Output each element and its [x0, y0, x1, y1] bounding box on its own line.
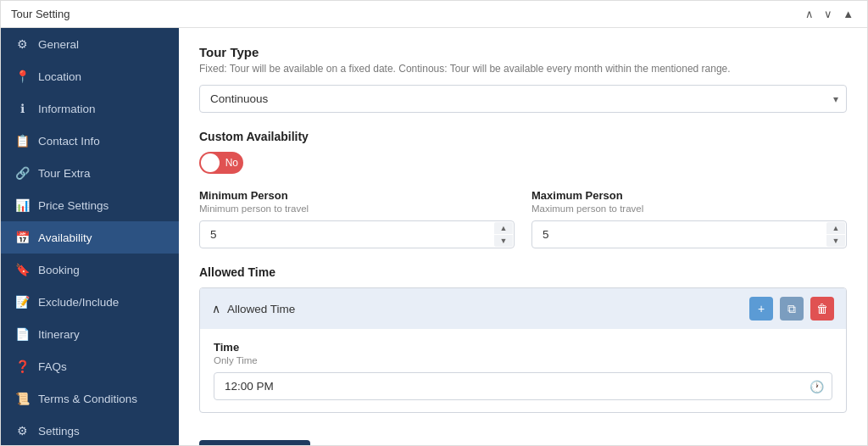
sidebar-item-availability[interactable]: 📅 Availability [1, 221, 179, 254]
sidebar-label-tour-extra: Tour Extra [38, 167, 91, 180]
max-person-up[interactable]: ▲ [826, 222, 845, 234]
tour-type-select-wrapper: Continuous Fixed ▾ [199, 85, 847, 113]
sidebar-item-booking[interactable]: 🔖 Booking [1, 254, 179, 286]
toggle-knob [201, 153, 220, 172]
availability-icon: 📅 [14, 231, 30, 244]
sidebar-label-itinerary: Itinerary [38, 328, 80, 341]
booking-icon: 🔖 [14, 263, 30, 276]
sidebar-label-availability: Availability [38, 231, 92, 244]
sidebar-label-contact: Contact Info [38, 135, 100, 148]
sidebar-label-faqs: FAQs [38, 360, 67, 373]
min-person-label: Minimum Person [199, 189, 515, 202]
sidebar-label-general: General [38, 38, 79, 51]
tour-extra-icon: 🔗 [14, 166, 30, 180]
sidebar-label-terms: Terms & Conditions [38, 393, 137, 405]
titlebar-down-btn[interactable]: ∨ [821, 7, 836, 21]
tour-type-desc: Fixed: Tour will be available on a fixed… [199, 63, 847, 75]
sidebar: ⚙ General 📍 Location ℹ Information 📋 Con… [1, 28, 179, 445]
tour-type-select[interactable]: Continuous Fixed [199, 85, 847, 113]
max-person-input[interactable] [531, 220, 847, 248]
min-person-up[interactable]: ▲ [494, 222, 513, 234]
sidebar-item-faqs[interactable]: ❓ FAQs [1, 350, 179, 382]
sidebar-label-information: Information [38, 103, 96, 115]
clock-icon: 🕐 [810, 380, 824, 393]
person-fields: Minimum Person Minimum person to travel … [199, 189, 847, 248]
information-icon: ℹ [14, 102, 30, 115]
add-new-time-button[interactable]: Add New Time [199, 440, 310, 445]
copy-time-btn[interactable]: ⧉ [780, 297, 804, 321]
main-content: Tour Type Fixed: Tour will be available … [179, 28, 867, 445]
titlebar: Tour Setting ∧ ∨ ▲ [1, 1, 867, 28]
allowed-time-title: Allowed Time [199, 265, 847, 279]
sidebar-item-price-settings[interactable]: 📊 Price Settings [1, 189, 179, 221]
time-field-desc: Only Time [214, 355, 832, 365]
allowed-time-header-left: ∧ Allowed Time [212, 302, 295, 315]
sidebar-label-booking: Booking [38, 264, 80, 276]
delete-time-btn[interactable]: 🗑 [810, 297, 834, 321]
custom-avail-toggle[interactable]: No [199, 152, 243, 174]
allowed-time-body: Time Only Time 🕐 [200, 329, 846, 412]
tour-type-section: Tour Type Fixed: Tour will be available … [199, 45, 847, 113]
custom-avail-title: Custom Availability [199, 130, 847, 143]
sidebar-label-settings: Settings [38, 425, 80, 438]
contact-icon: 📋 [14, 134, 30, 148]
max-person-input-wrapper: ▲ ▼ [531, 220, 847, 248]
allowed-time-section: Allowed Time ∧ Allowed Time + ⧉ 🗑 [199, 265, 847, 413]
min-person-spinner: ▲ ▼ [494, 222, 513, 247]
min-person-desc: Minimum person to travel [199, 203, 515, 214]
min-person-field: Minimum Person Minimum person to travel … [199, 189, 515, 248]
titlebar-up-btn[interactable]: ∧ [802, 7, 817, 21]
exclude-icon: 📝 [14, 295, 30, 309]
titlebar-controls: ∧ ∨ ▲ [802, 7, 857, 21]
sidebar-item-information[interactable]: ℹ Information [1, 92, 179, 125]
allowed-time-panel-title: Allowed Time [227, 303, 295, 315]
custom-availability-section: Custom Availability No [199, 130, 847, 174]
faqs-icon: ❓ [14, 360, 30, 373]
add-time-action-btn[interactable]: + [749, 297, 773, 321]
min-person-down[interactable]: ▼ [494, 235, 513, 247]
min-person-input[interactable] [199, 220, 515, 248]
sidebar-label-location: Location [38, 70, 81, 83]
titlebar-expand-btn[interactable]: ▲ [839, 7, 857, 21]
time-input-wrapper: 🕐 [214, 372, 832, 400]
sidebar-item-exclude-include[interactable]: 📝 Exclude/Include [1, 286, 179, 318]
toggle-label: No [225, 157, 238, 169]
sidebar-item-tour-extra[interactable]: 🔗 Tour Extra [1, 157, 179, 189]
allowed-time-header[interactable]: ∧ Allowed Time + ⧉ 🗑 [200, 288, 846, 329]
main-window: Tour Setting ∧ ∨ ▲ ⚙ General 📍 Location … [0, 0, 868, 446]
sidebar-item-location[interactable]: 📍 Location [1, 60, 179, 92]
sidebar-item-general[interactable]: ⚙ General [1, 28, 179, 60]
itinerary-icon: 📄 [14, 327, 30, 341]
settings-icon: ⚙ [14, 424, 30, 438]
sidebar-item-settings[interactable]: ⚙ Settings [1, 415, 179, 445]
sidebar-item-terms[interactable]: 📜 Terms & Conditions [1, 382, 179, 415]
main-layout: ⚙ General 📍 Location ℹ Information 📋 Con… [1, 28, 867, 445]
chevron-up-icon: ∧ [212, 302, 220, 315]
time-input[interactable] [214, 372, 832, 400]
sidebar-label-exclude: Exclude/Include [38, 296, 119, 309]
allowed-time-panel: ∧ Allowed Time + ⧉ 🗑 Time Only Time [199, 287, 847, 413]
tour-type-title: Tour Type [199, 45, 847, 59]
sidebar-item-contact-info[interactable]: 📋 Contact Info [1, 125, 179, 157]
terms-icon: 📜 [14, 392, 30, 405]
max-person-field: Maximum Person Maximum person to travel … [531, 189, 847, 248]
sidebar-label-price: Price Settings [38, 199, 108, 212]
general-icon: ⚙ [14, 37, 30, 51]
max-person-label: Maximum Person [531, 189, 847, 202]
max-person-down[interactable]: ▼ [826, 235, 845, 247]
sidebar-item-itinerary[interactable]: 📄 Itinerary [1, 318, 179, 350]
location-icon: 📍 [14, 70, 30, 83]
max-person-spinner: ▲ ▼ [826, 222, 845, 247]
max-person-desc: Maximum person to travel [531, 203, 847, 214]
time-field-label: Time [214, 341, 832, 354]
allowed-time-actions: + ⧉ 🗑 [749, 297, 834, 321]
window-title: Tour Setting [11, 8, 70, 20]
price-icon: 📊 [14, 198, 30, 212]
toggle-wrapper: No [199, 152, 847, 174]
min-person-input-wrapper: ▲ ▼ [199, 220, 515, 248]
